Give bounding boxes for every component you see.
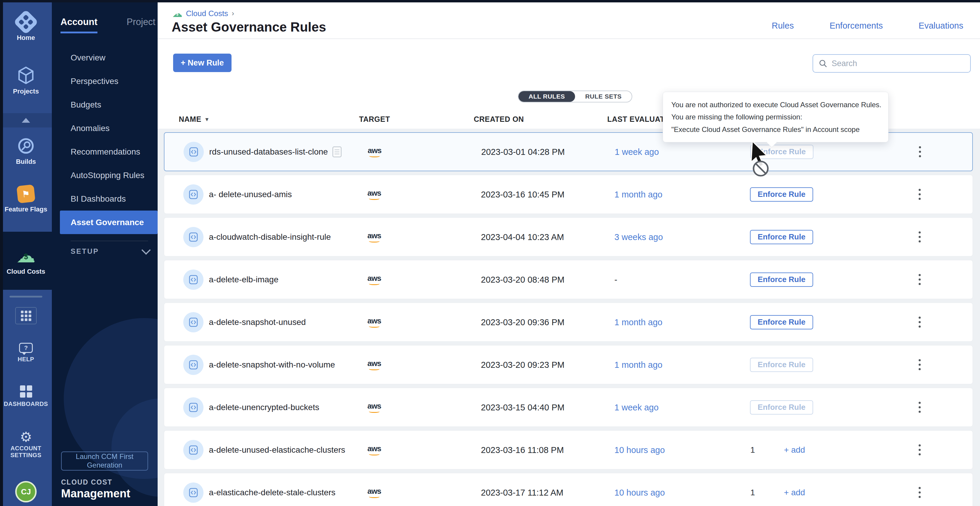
row-menu-button[interactable] bbox=[915, 398, 924, 416]
header-link-enforcements[interactable]: Enforcements bbox=[829, 21, 883, 31]
row-menu-button[interactable] bbox=[915, 228, 924, 246]
main-content: ☁$ Cloud Costs › Asset Governance Rules … bbox=[158, 2, 980, 506]
tab-project[interactable]: Project bbox=[127, 17, 155, 33]
enforce-rule-button[interactable]: Enforce Rule bbox=[750, 400, 813, 414]
cloud-costs-icon: ☁$ bbox=[16, 246, 35, 265]
rail-item-cloud-costs[interactable]: ☁$ Cloud Costs bbox=[0, 232, 52, 290]
scope-tabs: Account Project bbox=[60, 17, 155, 33]
nav-item-overview[interactable]: Overview bbox=[52, 46, 158, 70]
table-row[interactable]: a-delete-snapshot-with-no-volume aws 202… bbox=[164, 345, 973, 384]
add-enforcement-link[interactable]: + add bbox=[784, 488, 805, 497]
tab-rule-sets[interactable]: RULE SETS bbox=[575, 91, 632, 102]
table-row[interactable]: a-delete-snapshot-unused aws 2023-03-20 … bbox=[164, 303, 973, 342]
table-row[interactable]: a-delete-unencrypted-buckets aws 2023-03… bbox=[164, 388, 973, 427]
nav-item-perspectives[interactable]: Perspectives bbox=[52, 70, 158, 93]
column-header-created-on: CREATED ON bbox=[474, 115, 524, 124]
tab-all-rules[interactable]: ALL RULES bbox=[519, 91, 575, 102]
enforce-rule-button[interactable]: Enforce Rule bbox=[750, 358, 813, 372]
nav-item-recommendations[interactable]: Recommendations bbox=[52, 140, 158, 163]
nav-item-bi-dashboards[interactable]: BI Dashboards bbox=[52, 187, 158, 211]
enforce-rule-button[interactable]: Enforce Rule bbox=[750, 145, 813, 159]
add-enforcement-link[interactable]: + add bbox=[784, 445, 805, 455]
module-rail: Home Projects Builds ⚑ Feature Flags bbox=[0, 2, 52, 506]
last-evaluation: 10 hours ago bbox=[614, 445, 665, 455]
rules-table-body: rds-unused-databases-list-clone aws 2023… bbox=[158, 128, 980, 506]
breadcrumb: ☁$ Cloud Costs › bbox=[172, 8, 234, 19]
rail-item-label: DASHBOARDS bbox=[4, 401, 48, 408]
header-link-rules[interactable]: Rules bbox=[772, 21, 794, 31]
table-row[interactable]: a-delete-unused-elasticache-clusters aws… bbox=[164, 430, 973, 470]
cube-icon bbox=[17, 66, 35, 84]
new-rule-button[interactable]: + New Rule bbox=[173, 54, 232, 72]
created-on: 2023-03-16 11:08 PM bbox=[481, 445, 564, 455]
enforce-rule-button[interactable]: Enforce Rule bbox=[750, 273, 813, 287]
last-evaluation: - bbox=[614, 274, 617, 284]
created-on: 2023-03-01 04:28 PM bbox=[481, 147, 565, 157]
header-divider bbox=[158, 38, 980, 39]
table-row[interactable]: a-cloudwatch-disable-insight-rule aws 20… bbox=[164, 217, 973, 257]
row-menu-button[interactable] bbox=[915, 441, 924, 459]
setup-section-toggle[interactable]: SETUP bbox=[71, 247, 148, 255]
rail-item-projects[interactable]: Projects bbox=[0, 66, 52, 95]
window-left-edge bbox=[0, 0, 3, 506]
nav-item-budgets[interactable]: Budgets bbox=[52, 93, 158, 116]
breadcrumb-cloud-costs-link[interactable]: Cloud Costs bbox=[186, 9, 228, 18]
rail-item-home[interactable]: Home bbox=[0, 13, 52, 41]
rail-item-feature-flags[interactable]: ⚑ Feature Flags bbox=[0, 185, 52, 213]
column-header-target: TARGET bbox=[359, 115, 390, 124]
nav-item-asset-governance[interactable]: Asset Governance bbox=[60, 211, 158, 234]
aws-logo: aws bbox=[368, 359, 381, 367]
launch-ccm-first-gen-button[interactable]: Launch CCM First Generation bbox=[61, 452, 148, 471]
table-row[interactable]: a-delete-elb-image aws 2023-03-20 08:48 … bbox=[164, 260, 973, 299]
header-link-evaluations[interactable]: Evaluations bbox=[919, 21, 963, 31]
row-menu-button[interactable] bbox=[915, 143, 924, 161]
table-row[interactable]: a-elasticache-delete-stale-clusters aws … bbox=[164, 473, 973, 506]
enforce-rule-button[interactable]: Enforce Rule bbox=[750, 315, 813, 329]
rule-name: a-elasticache-delete-stale-clusters bbox=[209, 488, 336, 497]
rail-item-dashboards[interactable]: DASHBOARDS bbox=[0, 385, 52, 408]
rule-name-cell: a- delete-unused-amis bbox=[209, 190, 292, 199]
copy-icon[interactable] bbox=[332, 146, 342, 157]
breadcrumb-separator: › bbox=[232, 9, 234, 17]
rules-view-toggle: ALL RULES RULE SETS bbox=[518, 90, 632, 102]
row-menu-button[interactable] bbox=[915, 484, 924, 501]
aws-smile-icon bbox=[369, 197, 380, 200]
row-menu-button[interactable] bbox=[915, 186, 924, 203]
enforcement-count: 1 bbox=[739, 488, 766, 497]
row-menu-button[interactable] bbox=[915, 271, 924, 289]
rule-icon bbox=[183, 397, 204, 417]
rule-name-cell: a-delete-elb-image bbox=[209, 275, 278, 284]
app-window: Home Projects Builds ⚑ Feature Flags bbox=[0, 0, 980, 506]
tab-account[interactable]: Account bbox=[60, 17, 97, 33]
rail-item-help[interactable]: ? HELP bbox=[0, 343, 52, 363]
enforce-rule-button[interactable]: Enforce Rule bbox=[750, 230, 813, 244]
created-on: 2023-03-15 04:40 PM bbox=[481, 402, 565, 412]
rule-target: aws bbox=[360, 232, 389, 243]
table-row[interactable]: a- delete-unused-amis aws 2023-03-16 10:… bbox=[164, 175, 973, 214]
rail-item-account-settings[interactable]: ⚙ ACCOUNT SETTINGS bbox=[0, 430, 52, 458]
nav-item-autostopping-rules[interactable]: AutoStopping Rules bbox=[52, 163, 158, 187]
rule-name: a-cloudwatch-disable-insight-rule bbox=[209, 232, 331, 242]
row-menu-button[interactable] bbox=[915, 313, 924, 331]
rule-target: aws bbox=[360, 359, 389, 370]
rail-collapse-band[interactable] bbox=[0, 113, 52, 127]
rule-name-cell: a-delete-unused-elasticache-clusters bbox=[209, 445, 345, 455]
nav-item-anomalies[interactable]: Anomalies bbox=[52, 116, 158, 140]
user-avatar[interactable]: CJ bbox=[15, 481, 37, 503]
aws-logo: aws bbox=[368, 232, 381, 239]
rule-name-cell: a-delete-unencrypted-buckets bbox=[209, 403, 319, 412]
row-menu-button[interactable] bbox=[915, 356, 924, 374]
tooltip-line: You are not authorized to execute Cloud … bbox=[671, 98, 880, 111]
search-input[interactable] bbox=[832, 59, 965, 68]
enforce-rule-button[interactable]: Enforce Rule bbox=[750, 187, 813, 201]
module-picker-button[interactable] bbox=[15, 307, 37, 324]
rule-target: aws bbox=[360, 444, 389, 455]
column-header-name[interactable]: NAME▼ bbox=[179, 115, 210, 124]
rail-divider bbox=[10, 296, 42, 298]
aws-smile-icon bbox=[369, 325, 380, 328]
rule-name-cell: a-delete-snapshot-unused bbox=[209, 317, 306, 327]
last-evaluation: 1 week ago bbox=[614, 402, 659, 412]
rail-item-builds[interactable]: Builds bbox=[0, 137, 52, 165]
aws-smile-icon bbox=[369, 240, 380, 243]
rail-item-label: HELP bbox=[18, 356, 34, 363]
